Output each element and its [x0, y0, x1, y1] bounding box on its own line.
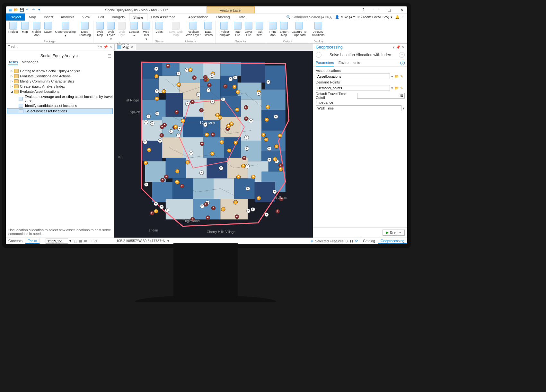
collapse-icon[interactable]: ◢: [10, 90, 13, 93]
expand-icon[interactable]: ▷: [10, 80, 13, 83]
ribbon-geoprocessing[interactable]: Geoprocessing▾: [54, 21, 77, 39]
undo-icon[interactable]: ↶: [25, 7, 30, 13]
select-tool-icon[interactable]: ⬚: [74, 239, 77, 243]
tab-messages[interactable]: Messages: [22, 60, 38, 65]
redo-icon[interactable]: ↷: [31, 7, 36, 13]
ribbon-layer[interactable]: Layer: [43, 21, 53, 39]
new-project-icon[interactable]: ▦: [8, 7, 13, 13]
ribbon-arcgis-solutions[interactable]: ArcGIS Solutions: [311, 21, 326, 39]
menu-imagery[interactable]: Imagery: [108, 13, 129, 21]
constraints-icon[interactable]: ↔: [89, 239, 92, 243]
status-tab-catalog[interactable]: Catalog: [360, 238, 378, 244]
open-project-icon[interactable]: 📂: [13, 7, 19, 13]
tab-tasks[interactable]: Tasks: [8, 60, 18, 65]
task-group[interactable]: ▷Identify Community Characteristics: [7, 79, 113, 84]
ribbon-group-manage: Save Web Map Replace Web Layer Data Stor…: [166, 21, 216, 43]
status-tab-tasks[interactable]: Tasks: [25, 238, 40, 244]
ribbon-deep-learning[interactable]: Deep Learning: [77, 21, 92, 39]
tool-help-icon[interactable]: ?: [400, 61, 405, 65]
browse-icon[interactable]: 📂: [394, 86, 399, 90]
ribbon-map[interactable]: Map: [20, 21, 30, 39]
menu-view[interactable]: View: [78, 13, 94, 21]
ribbon-print-map[interactable]: Print Map: [268, 21, 278, 39]
autohide-icon[interactable]: 📌: [396, 45, 401, 49]
maximize-icon[interactable]: ▢: [385, 8, 393, 12]
ribbon-layer-file[interactable]: Layer File: [243, 21, 254, 39]
ribbon-web-layer[interactable]: Web Layer▾: [106, 21, 116, 41]
expand-icon[interactable]: ▷: [10, 69, 13, 73]
ribbon-export-map[interactable]: Export Map: [278, 21, 290, 39]
demand-points-input[interactable]: [316, 85, 390, 91]
cutoff-input[interactable]: [357, 93, 405, 99]
qat-more-icon[interactable]: ▾: [37, 7, 42, 13]
close-icon[interactable]: ✕: [398, 8, 406, 12]
status-tab-contents[interactable]: Contents: [6, 238, 25, 244]
status-tab-geoprocessing[interactable]: Geoprocessing: [378, 238, 407, 244]
menu-data-assistant[interactable]: Data Assistant: [147, 13, 179, 21]
ribbon-web-map[interactable]: Web Map: [95, 21, 105, 41]
tab-environments[interactable]: Environments: [339, 61, 360, 66]
menu-analysis[interactable]: Analysis: [57, 13, 78, 21]
menu-map[interactable]: Map: [25, 13, 40, 21]
dropdown-icon[interactable]: ▾: [391, 74, 393, 79]
menu-share[interactable]: Share: [129, 13, 147, 21]
ribbon-jobs[interactable]: Jobs: [154, 21, 164, 39]
task-group-expanded[interactable]: ◢Evaluate Asset Locations: [7, 89, 113, 94]
add-button[interactable]: ⊕: [399, 52, 405, 58]
snapping-icon[interactable]: ⊞: [84, 239, 87, 243]
browse-icon[interactable]: 📂: [394, 74, 399, 79]
dropdown-icon[interactable]: ▾: [393, 45, 395, 49]
dropdown-icon[interactable]: ▾: [403, 106, 405, 110]
ribbon-capture-clipboard[interactable]: Capture To Clipboard: [290, 21, 308, 39]
expand-icon[interactable]: ▷: [10, 74, 13, 78]
task-step[interactable]: Identify candidate asset locations: [7, 103, 113, 108]
asset-locations-input[interactable]: [316, 74, 390, 79]
ribbon-data-stores[interactable]: Data Stores: [203, 21, 214, 39]
scale-input[interactable]: [46, 239, 68, 244]
dropdown-icon[interactable]: ▾: [391, 86, 393, 90]
edit-icon[interactable]: ✎: [400, 74, 405, 79]
ribbon-map-file[interactable]: Map File: [233, 21, 243, 39]
task-group[interactable]: ▷Create Equity Analysis Index: [7, 84, 113, 89]
menu-data[interactable]: Data: [234, 13, 249, 21]
task-step[interactable]: Evaluate coverage and existing asset loc…: [7, 94, 113, 103]
expand-icon[interactable]: ▷: [10, 85, 13, 88]
close-pane-icon[interactable]: ✕: [402, 45, 405, 49]
task-group[interactable]: ▷Evaluate Conditions and Actions: [7, 74, 113, 79]
user-menu[interactable]: 👤 Mike (ArcGIS Team Local Gov) ▾: [335, 15, 392, 19]
dropdown-icon[interactable]: ▾: [69, 239, 71, 243]
close-tab-icon[interactable]: ✕: [130, 45, 133, 49]
ribbon-web-tool[interactable]: Web Tool▾: [141, 21, 151, 41]
map-view: Map ✕: [114, 44, 313, 238]
save-icon[interactable]: 💾: [19, 7, 24, 13]
grid-icon[interactable]: ▦: [79, 239, 82, 243]
pause-icon[interactable]: ▮▮: [349, 239, 353, 243]
menu-appearance[interactable]: Appearance: [184, 13, 212, 21]
task-step-selected[interactable]: Select new asset locations: [7, 108, 113, 114]
run-button[interactable]: ▶ Run ▾: [383, 230, 405, 236]
impedance-input[interactable]: [316, 105, 401, 111]
ribbon-replace-web-layer[interactable]: Replace Web Layer: [185, 21, 202, 39]
dynamic-icon[interactable]: ◇: [94, 239, 97, 243]
ribbon-mobile-map[interactable]: Mobile Map: [31, 21, 42, 39]
refresh-icon[interactable]: ⟳: [355, 239, 358, 243]
back-button[interactable]: ←: [316, 52, 321, 58]
minimize-icon[interactable]: —: [372, 8, 380, 12]
tab-parameters[interactable]: Parameters: [316, 61, 334, 66]
ribbon-project[interactable]: Project: [7, 21, 19, 39]
menu-insert[interactable]: Insert: [40, 13, 57, 21]
notifications-icon[interactable]: 🔔: [395, 15, 400, 19]
menu-icon[interactable]: ☰: [108, 54, 111, 58]
task-group[interactable]: ▷Getting to Know Social Equity Analysis: [7, 68, 113, 74]
project-menu[interactable]: Project: [6, 13, 25, 21]
ribbon-task-item[interactable]: Task Item: [254, 21, 265, 39]
menu-labeling[interactable]: Labeling: [212, 13, 233, 21]
help-icon[interactable]: ?: [359, 8, 367, 12]
map-canvas[interactable]: Denver at Ridge Spivak ood Englewood Che…: [114, 51, 313, 238]
ribbon-collapse-icon[interactable]: ˄: [402, 15, 404, 19]
ribbon-project-template[interactable]: Project Template: [217, 21, 232, 39]
command-search[interactable]: 🔍 Command Search (Alt+Q): [286, 15, 332, 19]
ribbon-locator[interactable]: Locator▾: [128, 21, 140, 41]
edit-icon[interactable]: ✎: [400, 86, 405, 90]
menu-edit[interactable]: Edit: [94, 13, 108, 21]
